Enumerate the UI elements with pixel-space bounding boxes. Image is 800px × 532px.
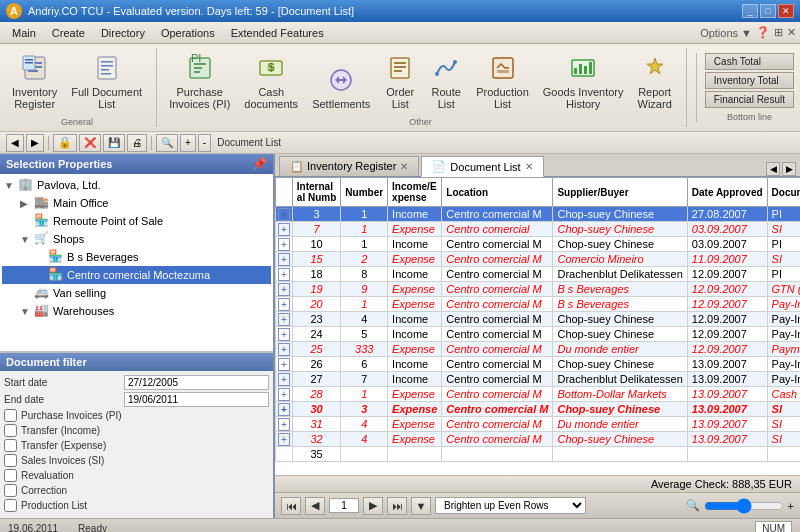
filter-revaluation-checkbox[interactable] (4, 469, 17, 482)
cell-expand[interactable]: + (276, 327, 293, 342)
table-row[interactable]: + 18 8 Income Centro comercial M Drachen… (276, 267, 801, 282)
search-button[interactable]: 🔍 (156, 134, 178, 152)
table-row[interactable]: + 7 1 Expense Centro comercial Chop-suey… (276, 222, 801, 237)
table-row[interactable]: + 28 1 Expense Centro comercial M Bottom… (276, 387, 801, 402)
tree-bs-beverages[interactable]: 🏪 B s Beverages (2, 248, 271, 266)
menu-main[interactable]: Main (4, 25, 44, 41)
filter-correction-checkbox[interactable] (4, 484, 17, 497)
nav-page-number[interactable]: 1 (329, 498, 359, 513)
cell-expand[interactable]: + (276, 372, 293, 387)
nav-prev-button[interactable]: ◀ (305, 497, 325, 515)
tab-scroll-left[interactable]: ◀ (766, 162, 780, 176)
table-row[interactable]: + 32 4 Expense Centro comercial M Chop-s… (276, 432, 801, 447)
cell-expand[interactable]: + (276, 402, 293, 417)
cell-expand[interactable]: + (276, 432, 293, 447)
cell-expand[interactable]: + (276, 282, 293, 297)
col-supplier[interactable]: Supplier/Buyer (553, 178, 687, 207)
end-date-value[interactable]: 19/06/2011 (124, 392, 269, 407)
help-button[interactable]: ❓ (756, 26, 770, 39)
close-button[interactable]: ✕ (778, 4, 794, 18)
menu-directory[interactable]: Directory (93, 25, 153, 41)
tree-warehouses[interactable]: ▼ 🏭 Warehouses (2, 302, 271, 320)
nav-first-button[interactable]: ⏮ (281, 497, 301, 515)
cash-documents-button[interactable]: $ Cashdocuments (238, 48, 304, 114)
zoom-in-nav-button[interactable]: + (788, 500, 794, 512)
resize-button[interactable]: ⊞ (774, 26, 783, 39)
tree-remote-pos[interactable]: 🏪 Remoute Point of Sale (2, 212, 271, 230)
col-income-expense[interactable]: Income/Expense (388, 178, 442, 207)
tab-document-close[interactable]: ✕ (525, 161, 533, 172)
table-row[interactable]: + 19 9 Expense Centro comercial M B s Be… (276, 282, 801, 297)
minimize-button[interactable]: _ (742, 4, 758, 18)
menu-create[interactable]: Create (44, 25, 93, 41)
settlements-button[interactable]: Settlements (306, 60, 376, 114)
tree-shops[interactable]: ▼ 🛒 Shops (2, 230, 271, 248)
filter-pi-checkbox[interactable] (4, 409, 17, 422)
table-row[interactable]: + 26 6 Income Centro comercial M Chop-su… (276, 357, 801, 372)
col-doctype[interactable]: Document type (767, 178, 800, 207)
menu-extended[interactable]: Extended Features (223, 25, 332, 41)
zoom-out-button[interactable]: - (198, 134, 211, 152)
tab-document-list[interactable]: 📄 Document List ✕ (421, 156, 543, 177)
start-date-value[interactable]: 27/12/2005 (124, 375, 269, 390)
cell-expand[interactable]: + (276, 252, 293, 267)
col-date[interactable]: Date Approved (687, 178, 767, 207)
forward-button[interactable]: ▶ (26, 134, 44, 152)
cell-expand[interactable]: + (276, 312, 293, 327)
cell-expand[interactable]: + (276, 237, 293, 252)
tree-pavlova[interactable]: ▼ 🏢 Pavlova, Ltd. (2, 176, 271, 194)
save-button[interactable]: 💾 (103, 134, 125, 152)
inventory-total-button[interactable]: Inventory Total (705, 72, 794, 89)
filter-transfer-income-checkbox[interactable] (4, 424, 17, 437)
back-button[interactable]: ◀ (6, 134, 24, 152)
report-wizard-button[interactable]: ReportWizard (632, 48, 678, 114)
cell-expand[interactable]: + (276, 267, 293, 282)
inventory-register-button[interactable]: InventoryRegister (6, 48, 63, 114)
tab-inventory-register[interactable]: 📋 Inventory Register ✕ (279, 156, 419, 176)
maximize-button[interactable]: □ (760, 4, 776, 18)
lock-button[interactable]: 🔒 (53, 134, 77, 152)
filter-si-checkbox[interactable] (4, 454, 17, 467)
table-row[interactable]: + 31 4 Expense Centro comercial M Du mon… (276, 417, 801, 432)
tree-van-selling[interactable]: 🚐 Van selling (2, 284, 271, 302)
goods-inventory-history-button[interactable]: Goods InventoryHistory (537, 48, 630, 114)
options-label[interactable]: Options ▼ (700, 27, 752, 39)
cell-expand[interactable]: + (276, 222, 293, 237)
delete-button[interactable]: ❌ (79, 134, 101, 152)
nav-next-button[interactable]: ▶ (363, 497, 383, 515)
print-button[interactable]: 🖨 (127, 134, 147, 152)
table-row[interactable]: + 10 1 Income Centro comercial M Chop-su… (276, 237, 801, 252)
table-row[interactable]: + 15 2 Expense Centro comercial M Comerc… (276, 252, 801, 267)
tree-centro-comercial[interactable]: 🏪 Centro comercial Moctezuma (2, 266, 271, 284)
pin-button[interactable]: 📌 (252, 157, 267, 171)
table-row[interactable]: 35 (276, 447, 801, 462)
close-panel-button[interactable]: ✕ (787, 26, 796, 39)
cell-expand[interactable]: + (276, 297, 293, 312)
table-row[interactable]: + 27 7 Income Centro comercial M Drachen… (276, 372, 801, 387)
nav-last-button[interactable]: ⏭ (387, 497, 407, 515)
order-list-button[interactable]: OrderList (378, 48, 422, 114)
table-row[interactable]: + 3 1 Income Centro comercial M Chop-sue… (276, 207, 801, 222)
table-row[interactable]: + 23 4 Income Centro comercial M Chop-su… (276, 312, 801, 327)
zoom-in-button[interactable]: + (180, 134, 196, 152)
menu-operations[interactable]: Operations (153, 25, 223, 41)
financial-result-button[interactable]: Financial Result (705, 91, 794, 108)
cell-expand[interactable]: + (276, 207, 293, 222)
zoom-slider[interactable] (704, 498, 784, 514)
cell-expand[interactable]: + (276, 387, 293, 402)
cash-total-button[interactable]: Cash Total (705, 53, 794, 70)
filter-transfer-expense-checkbox[interactable] (4, 439, 17, 452)
tab-scroll-right[interactable]: ▶ (782, 162, 796, 176)
cell-expand[interactable]: + (276, 357, 293, 372)
full-document-list-button[interactable]: Full DocumentList (65, 48, 148, 114)
tab-inventory-close[interactable]: ✕ (400, 161, 408, 172)
table-row[interactable]: + 24 5 Income Centro comercial M Chop-su… (276, 327, 801, 342)
row-filter-dropdown[interactable]: Brighten up Even Rows (435, 497, 586, 514)
tree-main-office[interactable]: ▶ 🏬 Main Office (2, 194, 271, 212)
table-row[interactable]: + 30 3 Expense Centro comercial M Chop-s… (276, 402, 801, 417)
purchase-invoices-button[interactable]: PI PurchaseInvoices (PI) (163, 48, 236, 114)
table-row[interactable]: + 20 1 Expense Centro comercial M B s Be… (276, 297, 801, 312)
cell-expand[interactable]: + (276, 417, 293, 432)
route-list-button[interactable]: RouteList (424, 48, 468, 114)
production-list-button[interactable]: ProductionList (470, 48, 535, 114)
